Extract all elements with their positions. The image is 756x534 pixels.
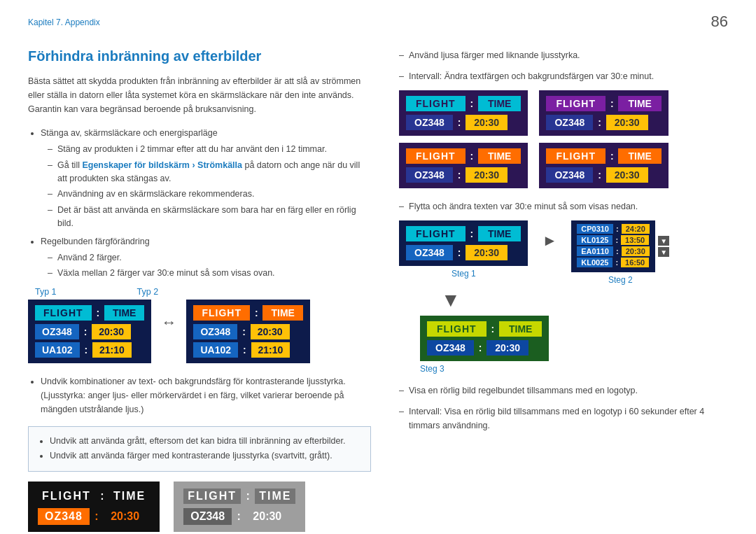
board1-time1: 20:30 (92, 324, 131, 339)
right-board-purple-purple: FLIGHT : TIME OZ348 : 20:30 (539, 90, 668, 136)
sub-item-6: Växla mellan 2 färger var 30:e minut så … (48, 267, 371, 280)
chapter-label: Kapitel 7. Appendix (28, 17, 728, 27)
step2-label: Steg 2 (608, 275, 633, 285)
board1-flight-label: FLIGHT (35, 305, 92, 321)
right-board-cyan-purple: FLIGHT : TIME OZ348 : 20:30 (399, 90, 528, 136)
type2-label: Typ 2 (137, 287, 159, 297)
board1-ua102: UA102 (35, 342, 80, 358)
step1-label: Steg 1 (451, 269, 476, 279)
board2-time1: 20:30 (251, 324, 290, 339)
board2-oz348: OZ348 (193, 324, 237, 339)
sub-item-1: Stäng av produkten i 2 timmar efter att … (48, 143, 371, 156)
gray-board-flight: FLIGHT (183, 489, 241, 504)
step3-board: FLIGHT : TIME OZ348 : 20:30 (420, 316, 549, 361)
flight-board-type1: FLIGHT : TIME OZ348 : 20:30 UA102 : 21:1… (28, 300, 151, 363)
right-board-orange-1: FLIGHT : TIME OZ348 : 20:30 (399, 143, 528, 188)
board2-time2: 21:10 (251, 342, 290, 358)
right-final-1: Visa en rörlig bild regelbundet tillsamm… (399, 384, 728, 398)
step3-label: Steg 3 (420, 364, 444, 374)
page-number: 86 (711, 13, 728, 31)
type1-label: Typ 1 (35, 287, 57, 297)
flight-board-type2: FLIGHT : TIME OZ348 : 20:30 UA102 : 21:1… (186, 300, 309, 363)
step2-scroll-board: CP0310 : 24:20 KL0125 : 13:50 EA0110 : (571, 220, 655, 272)
right-dash-3: Flytta och ändra texten var 30:e minut s… (399, 199, 728, 213)
intro-text: Bästa sättet att skydda produkten från i… (28, 74, 371, 116)
info-item-1: Undvik att använda grått, eftersom det k… (50, 434, 360, 449)
right-final-2: Intervall: Visa en rörlig bild tillsamma… (399, 405, 728, 433)
sub-item-4: Det är bäst att använda en skärmsläckare… (48, 204, 371, 230)
gray-flight-board: FLIGHT : TIME OZ348 : 20:30 (174, 482, 305, 532)
right-dash-1: Använd ljusa färger med liknande ljussty… (399, 48, 728, 62)
gray-board-oz: OZ348 (183, 508, 232, 525)
black-board-time: TIME (109, 489, 150, 504)
step1-board: FLIGHT : TIME OZ348 : 20:30 (399, 220, 528, 266)
section-title: Förhindra inbränning av efterbilder (28, 48, 371, 64)
board1-oz348: OZ348 (35, 324, 79, 339)
bullet-1: Stänga av, skärmsläckare och energisparl… (41, 126, 371, 230)
black-board-t: 20:30 (104, 508, 146, 525)
bullet-2: Regelbunden färgförändring Använd 2 färg… (41, 234, 371, 281)
gray-board-t: 20:30 (246, 508, 288, 525)
sub-item-2: Gå till Egenskaper för bildskärm › Ström… (48, 159, 371, 185)
right-board-orange-2: FLIGHT : TIME OZ348 : 20:30 (539, 143, 668, 188)
board2-time-label: TIME (262, 305, 302, 321)
board2-ua102: UA102 (193, 342, 238, 358)
sub-item-3: Användning av en skärmsläckare rekommend… (48, 188, 371, 201)
sub-item-5: Använd 2 färger. (48, 251, 371, 265)
board2-flight-label: FLIGHT (193, 305, 250, 321)
scroll-arrows: ▼ ▼ (658, 236, 669, 257)
gray-board-time: TIME (255, 489, 295, 504)
black-flight-board: FLIGHT : TIME OZ348 : 20:30 (28, 482, 160, 532)
right-dash-2: Intervall: Ändra textfärgen och bakgrund… (399, 69, 728, 83)
info-box: Undvik att använda grått, eftersom det k… (28, 426, 371, 472)
board1-time-label: TIME (104, 305, 144, 321)
swap-arrow: ↔ (161, 314, 176, 332)
board1-time2: 21:10 (92, 342, 132, 358)
black-board-oz: OZ348 (38, 508, 90, 525)
step-arrow-down: ▼ (441, 289, 461, 311)
info-item-2: Undvik att använda färger med kontraster… (50, 449, 360, 463)
step-arrow-1: ► (542, 232, 557, 250)
bullet-3: Undvik kombinationer av text- och bakgru… (41, 374, 371, 416)
black-board-flight: FLIGHT (38, 489, 95, 504)
